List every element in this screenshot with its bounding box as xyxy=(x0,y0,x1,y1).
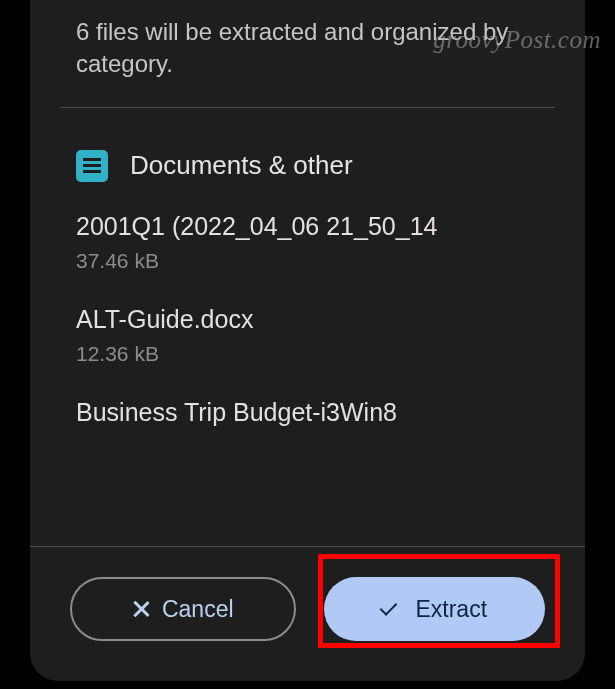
check-icon xyxy=(381,601,403,617)
file-list: 2001Q1 (2022_04_06 21_50_14 37.46 kB ALT… xyxy=(30,182,585,546)
list-item[interactable]: Business Trip Budget-i3Win8 xyxy=(76,398,539,427)
document-icon xyxy=(76,150,108,182)
cancel-button-label: Cancel xyxy=(162,596,234,623)
section-header: Documents & other xyxy=(30,108,585,182)
file-size: 12.36 kB xyxy=(76,342,539,366)
extract-dialog: 6 files will be extracted and organized … xyxy=(30,0,585,681)
file-name: ALT-Guide.docx xyxy=(76,305,539,334)
file-name: 2001Q1 (2022_04_06 21_50_14 xyxy=(76,212,539,241)
list-item[interactable]: ALT-Guide.docx 12.36 kB xyxy=(76,305,539,366)
dialog-footer: Cancel Extract xyxy=(30,546,585,681)
extract-button-label: Extract xyxy=(415,596,487,623)
cancel-button[interactable]: Cancel xyxy=(70,577,296,641)
list-item[interactable]: 2001Q1 (2022_04_06 21_50_14 37.46 kB xyxy=(76,212,539,273)
extract-button[interactable]: Extract xyxy=(324,577,546,641)
file-name: Business Trip Budget-i3Win8 xyxy=(76,398,539,427)
file-size: 37.46 kB xyxy=(76,249,539,273)
section-title: Documents & other xyxy=(130,150,353,181)
dialog-description: 6 files will be extracted and organized … xyxy=(30,0,585,107)
close-icon xyxy=(132,600,150,618)
